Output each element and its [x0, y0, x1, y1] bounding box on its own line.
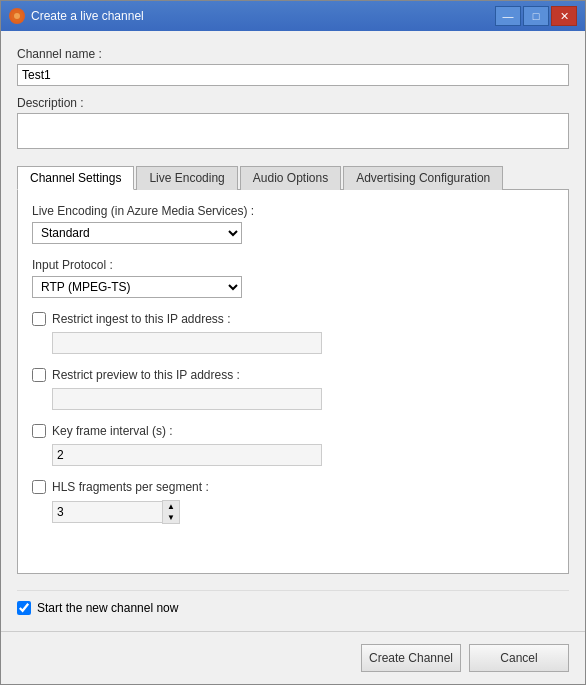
restrict-ingest-input[interactable]: [52, 332, 322, 354]
tabs-container: Channel Settings Live Encoding Audio Opt…: [17, 165, 569, 574]
key-frame-group: Key frame interval (s) :: [32, 424, 554, 466]
close-button[interactable]: ✕: [551, 6, 577, 26]
tab-advertising-configuration[interactable]: Advertising Configuration: [343, 166, 503, 190]
app-icon: [9, 8, 25, 24]
channel-name-label: Channel name :: [17, 47, 569, 61]
tab-audio-options[interactable]: Audio Options: [240, 166, 341, 190]
key-frame-checkbox[interactable]: [32, 424, 46, 438]
restrict-ingest-checkbox[interactable]: [32, 312, 46, 326]
description-group: Description :: [17, 96, 569, 149]
maximize-button[interactable]: □: [523, 6, 549, 26]
restrict-preview-checkbox[interactable]: [32, 368, 46, 382]
hls-fragments-group: HLS fragments per segment : ▲ ▼: [32, 480, 554, 524]
start-channel-group: Start the new channel now: [17, 590, 569, 615]
title-bar-left: Create a live channel: [9, 8, 144, 24]
restrict-preview-label: Restrict preview to this IP address :: [52, 368, 240, 382]
restrict-ingest-row: Restrict ingest to this IP address :: [32, 312, 554, 326]
create-channel-button[interactable]: Create Channel: [361, 644, 461, 672]
restrict-ingest-group: Restrict ingest to this IP address :: [32, 312, 554, 354]
spinbox-buttons: ▲ ▼: [162, 500, 180, 524]
input-protocol-select[interactable]: RTP (MPEG-TS) RTMP Smooth Streaming: [32, 276, 242, 298]
title-bar-controls: — □ ✕: [495, 6, 577, 26]
hls-spinbox-wrapper: ▲ ▼: [52, 500, 182, 524]
spinbox-up-button[interactable]: ▲: [163, 501, 179, 512]
minimize-button[interactable]: —: [495, 6, 521, 26]
window-title: Create a live channel: [31, 9, 144, 23]
key-frame-input[interactable]: [52, 444, 322, 466]
start-channel-checkbox[interactable]: [17, 601, 31, 615]
svg-point-1: [14, 13, 20, 19]
tab-channel-settings[interactable]: Channel Settings: [17, 166, 134, 190]
channel-name-input[interactable]: [17, 64, 569, 86]
key-frame-row: Key frame interval (s) :: [32, 424, 554, 438]
live-encoding-label: Live Encoding (in Azure Media Services) …: [32, 204, 554, 218]
start-channel-label: Start the new channel now: [37, 601, 178, 615]
hls-fragments-label: HLS fragments per segment :: [52, 480, 209, 494]
tab-panel-channel-settings: Live Encoding (in Azure Media Services) …: [17, 190, 569, 574]
cancel-button[interactable]: Cancel: [469, 644, 569, 672]
restrict-preview-group: Restrict preview to this IP address :: [32, 368, 554, 410]
restrict-preview-input[interactable]: [52, 388, 322, 410]
title-bar: Create a live channel — □ ✕: [1, 1, 585, 31]
window-content: Channel name : Description : Channel Set…: [1, 31, 585, 631]
input-protocol-label: Input Protocol :: [32, 258, 554, 272]
tab-live-encoding[interactable]: Live Encoding: [136, 166, 237, 190]
spinbox-down-button[interactable]: ▼: [163, 512, 179, 523]
live-encoding-select[interactable]: Standard None Premium: [32, 222, 242, 244]
channel-name-group: Channel name :: [17, 47, 569, 86]
hls-fragments-input[interactable]: [52, 501, 162, 523]
input-protocol-group: Input Protocol : RTP (MPEG-TS) RTMP Smoo…: [32, 258, 554, 298]
main-window: Create a live channel — □ ✕ Channel name…: [0, 0, 586, 685]
key-frame-label: Key frame interval (s) :: [52, 424, 173, 438]
restrict-ingest-label: Restrict ingest to this IP address :: [52, 312, 231, 326]
description-input[interactable]: [17, 113, 569, 149]
restrict-preview-row: Restrict preview to this IP address :: [32, 368, 554, 382]
description-label: Description :: [17, 96, 569, 110]
hls-fragments-checkbox[interactable]: [32, 480, 46, 494]
hls-fragments-row: HLS fragments per segment :: [32, 480, 554, 494]
tab-bar: Channel Settings Live Encoding Audio Opt…: [17, 165, 569, 190]
live-encoding-group: Live Encoding (in Azure Media Services) …: [32, 204, 554, 244]
footer: Create Channel Cancel: [1, 631, 585, 684]
